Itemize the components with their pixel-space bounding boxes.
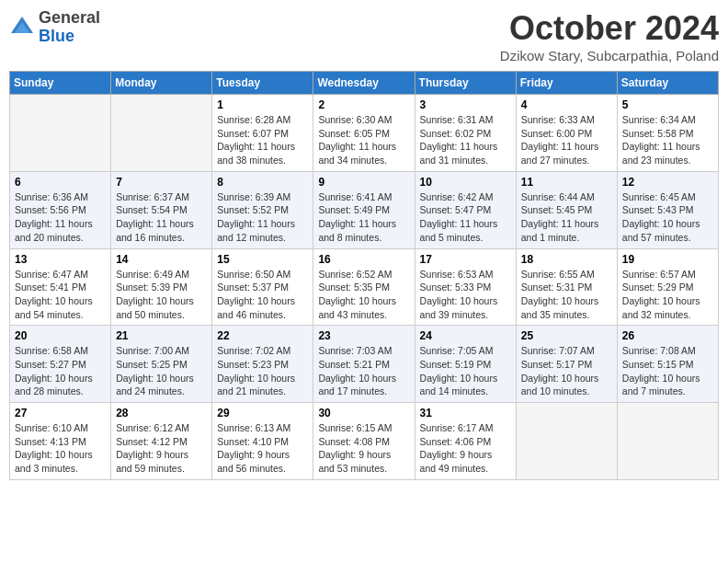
day-info: Sunrise: 6:50 AM Sunset: 5:37 PM Dayligh…	[217, 268, 308, 322]
calendar-day-cell: 11Sunrise: 6:44 AM Sunset: 5:45 PM Dayli…	[516, 171, 617, 248]
calendar-day-header: Saturday	[617, 72, 718, 95]
day-number: 25	[521, 329, 612, 342]
day-info: Sunrise: 6:55 AM Sunset: 5:31 PM Dayligh…	[521, 268, 612, 322]
day-number: 11	[521, 176, 612, 189]
calendar-day-cell: 8Sunrise: 6:39 AM Sunset: 5:52 PM Daylig…	[212, 171, 313, 248]
day-number: 14	[116, 253, 207, 266]
day-number: 2	[318, 98, 409, 111]
calendar-day-cell: 4Sunrise: 6:33 AM Sunset: 6:00 PM Daylig…	[516, 95, 617, 172]
calendar-day-cell: 28Sunrise: 6:12 AM Sunset: 4:12 PM Dayli…	[111, 403, 212, 480]
day-info: Sunrise: 6:45 AM Sunset: 5:43 PM Dayligh…	[622, 190, 713, 245]
day-info: Sunrise: 6:34 AM Sunset: 5:58 PM Dayligh…	[622, 113, 713, 167]
location-subtitle: Dzikow Stary, Subcarpathia, Poland	[500, 48, 719, 63]
calendar-day-cell: 6Sunrise: 6:36 AM Sunset: 5:56 PM Daylig…	[10, 171, 111, 248]
calendar-day-cell: 24Sunrise: 7:05 AM Sunset: 5:19 PM Dayli…	[415, 326, 516, 403]
day-number: 27	[15, 407, 106, 419]
day-number: 13	[15, 253, 106, 266]
calendar-day-cell: 9Sunrise: 6:41 AM Sunset: 5:49 PM Daylig…	[313, 171, 415, 248]
day-number: 20	[15, 329, 106, 342]
day-info: Sunrise: 6:17 AM Sunset: 4:06 PM Dayligh…	[420, 421, 511, 476]
calendar-day-cell: 16Sunrise: 6:52 AM Sunset: 5:35 PM Dayli…	[313, 248, 415, 326]
day-number: 6	[15, 176, 106, 189]
day-number: 16	[318, 253, 409, 266]
day-number: 28	[116, 407, 207, 419]
calendar-day-cell: 26Sunrise: 7:08 AM Sunset: 5:15 PM Dayli…	[617, 326, 718, 403]
day-info: Sunrise: 6:37 AM Sunset: 5:54 PM Dayligh…	[116, 190, 207, 245]
day-info: Sunrise: 7:03 AM Sunset: 5:21 PM Dayligh…	[318, 344, 409, 398]
calendar-day-cell: 19Sunrise: 6:57 AM Sunset: 5:29 PM Dayli…	[617, 248, 718, 326]
day-info: Sunrise: 6:28 AM Sunset: 6:07 PM Dayligh…	[217, 113, 308, 167]
day-number: 24	[420, 329, 511, 342]
day-number: 30	[318, 407, 409, 419]
calendar-day-cell: 10Sunrise: 6:42 AM Sunset: 5:47 PM Dayli…	[415, 171, 516, 248]
calendar-day-cell: 17Sunrise: 6:53 AM Sunset: 5:33 PM Dayli…	[415, 248, 516, 326]
page-header: General Blue October 2024 Dzikow Stary, …	[9, 9, 719, 63]
day-info: Sunrise: 6:44 AM Sunset: 5:45 PM Dayligh…	[521, 190, 612, 245]
logo-general-text: General	[39, 8, 100, 27]
day-info: Sunrise: 6:57 AM Sunset: 5:29 PM Dayligh…	[622, 268, 713, 322]
day-info: Sunrise: 6:49 AM Sunset: 5:39 PM Dayligh…	[116, 268, 207, 322]
logo-icon	[9, 15, 35, 40]
calendar-day-header: Wednesday	[313, 72, 415, 95]
day-number: 5	[622, 98, 713, 111]
day-info: Sunrise: 6:53 AM Sunset: 5:33 PM Dayligh…	[420, 268, 511, 322]
day-number: 23	[318, 329, 409, 342]
calendar-day-header: Monday	[111, 72, 212, 95]
day-info: Sunrise: 7:07 AM Sunset: 5:17 PM Dayligh…	[521, 344, 612, 398]
logo-blue-text: Blue	[39, 27, 74, 45]
day-info: Sunrise: 7:00 AM Sunset: 5:25 PM Dayligh…	[116, 344, 207, 398]
calendar-header-row: SundayMondayTuesdayWednesdayThursdayFrid…	[10, 72, 719, 95]
title-block: October 2024 Dzikow Stary, Subcarpathia,…	[500, 9, 719, 63]
calendar-day-header: Thursday	[415, 72, 516, 95]
calendar-day-cell: 31Sunrise: 6:17 AM Sunset: 4:06 PM Dayli…	[415, 403, 516, 480]
day-info: Sunrise: 6:13 AM Sunset: 4:10 PM Dayligh…	[217, 421, 308, 476]
day-number: 4	[521, 98, 612, 111]
calendar-week-row: 6Sunrise: 6:36 AM Sunset: 5:56 PM Daylig…	[10, 171, 719, 248]
calendar-day-cell: 29Sunrise: 6:13 AM Sunset: 4:10 PM Dayli…	[212, 403, 313, 480]
day-info: Sunrise: 6:36 AM Sunset: 5:56 PM Dayligh…	[15, 190, 106, 245]
day-number: 7	[116, 176, 207, 189]
calendar-week-row: 20Sunrise: 6:58 AM Sunset: 5:27 PM Dayli…	[10, 326, 719, 403]
day-info: Sunrise: 6:41 AM Sunset: 5:49 PM Dayligh…	[318, 190, 409, 245]
calendar-day-cell	[617, 403, 718, 480]
calendar-day-cell: 15Sunrise: 6:50 AM Sunset: 5:37 PM Dayli…	[212, 248, 313, 326]
day-number: 1	[217, 98, 308, 111]
day-number: 15	[217, 253, 308, 266]
day-number: 17	[420, 253, 511, 266]
day-number: 3	[420, 98, 511, 111]
calendar-day-cell: 27Sunrise: 6:10 AM Sunset: 4:13 PM Dayli…	[10, 403, 111, 480]
calendar-day-cell	[516, 403, 617, 480]
day-info: Sunrise: 6:10 AM Sunset: 4:13 PM Dayligh…	[15, 421, 106, 476]
day-number: 19	[622, 253, 713, 266]
month-title: October 2024	[500, 9, 719, 48]
calendar-day-cell: 18Sunrise: 6:55 AM Sunset: 5:31 PM Dayli…	[516, 248, 617, 326]
day-info: Sunrise: 7:02 AM Sunset: 5:23 PM Dayligh…	[217, 344, 308, 398]
day-info: Sunrise: 6:31 AM Sunset: 6:02 PM Dayligh…	[420, 113, 511, 167]
calendar-day-cell: 25Sunrise: 7:07 AM Sunset: 5:17 PM Dayli…	[516, 326, 617, 403]
calendar-day-cell: 23Sunrise: 7:03 AM Sunset: 5:21 PM Dayli…	[313, 326, 415, 403]
day-info: Sunrise: 7:05 AM Sunset: 5:19 PM Dayligh…	[420, 344, 511, 398]
calendar-day-cell: 2Sunrise: 6:30 AM Sunset: 6:05 PM Daylig…	[313, 95, 415, 172]
day-number: 31	[420, 407, 511, 419]
calendar-week-row: 13Sunrise: 6:47 AM Sunset: 5:41 PM Dayli…	[10, 248, 719, 326]
day-number: 21	[116, 329, 207, 342]
calendar-day-cell: 30Sunrise: 6:15 AM Sunset: 4:08 PM Dayli…	[313, 403, 415, 480]
day-number: 18	[521, 253, 612, 266]
day-number: 8	[217, 176, 308, 189]
calendar-day-cell: 7Sunrise: 6:37 AM Sunset: 5:54 PM Daylig…	[111, 171, 212, 248]
day-info: Sunrise: 6:52 AM Sunset: 5:35 PM Dayligh…	[318, 268, 409, 322]
calendar-table: SundayMondayTuesdayWednesdayThursdayFrid…	[9, 71, 719, 480]
calendar-day-cell	[10, 95, 111, 172]
day-info: Sunrise: 6:42 AM Sunset: 5:47 PM Dayligh…	[420, 190, 511, 245]
day-number: 9	[318, 176, 409, 189]
day-info: Sunrise: 6:47 AM Sunset: 5:41 PM Dayligh…	[15, 268, 106, 322]
calendar-day-cell: 13Sunrise: 6:47 AM Sunset: 5:41 PM Dayli…	[10, 248, 111, 326]
calendar-day-cell: 20Sunrise: 6:58 AM Sunset: 5:27 PM Dayli…	[10, 326, 111, 403]
day-info: Sunrise: 6:33 AM Sunset: 6:00 PM Dayligh…	[521, 113, 612, 167]
day-number: 29	[217, 407, 308, 419]
calendar-day-cell: 21Sunrise: 7:00 AM Sunset: 5:25 PM Dayli…	[111, 326, 212, 403]
calendar-week-row: 27Sunrise: 6:10 AM Sunset: 4:13 PM Dayli…	[10, 403, 719, 480]
calendar-week-row: 1Sunrise: 6:28 AM Sunset: 6:07 PM Daylig…	[10, 95, 719, 172]
day-info: Sunrise: 6:30 AM Sunset: 6:05 PM Dayligh…	[318, 113, 409, 167]
calendar-day-cell: 14Sunrise: 6:49 AM Sunset: 5:39 PM Dayli…	[111, 248, 212, 326]
